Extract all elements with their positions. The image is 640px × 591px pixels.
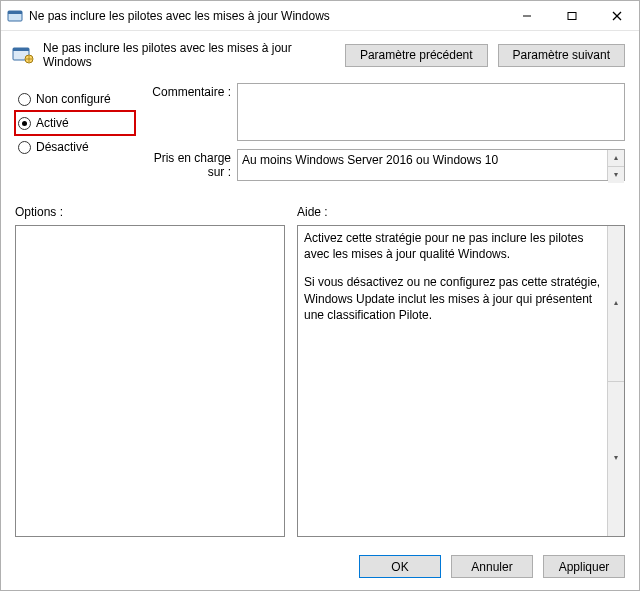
- fields: Commentaire : Pris en charge sur : Au mo…: [145, 83, 625, 189]
- help-text-1: Activez cette stratégie pour ne pas incl…: [304, 230, 606, 262]
- next-param-button[interactable]: Paramètre suivant: [498, 44, 625, 67]
- radio-label: Activé: [36, 116, 69, 130]
- radio-icon: [18, 117, 31, 130]
- window-controls: [504, 1, 639, 30]
- svg-rect-7: [13, 48, 29, 51]
- svg-rect-3: [568, 12, 576, 19]
- app-icon: [7, 8, 23, 24]
- header-strip: Ne pas inclure les pilotes avec les mise…: [1, 31, 639, 79]
- window-title: Ne pas inclure les pilotes avec les mise…: [29, 9, 504, 23]
- supported-row: Pris en charge sur : Au moins Windows Se…: [145, 149, 625, 181]
- radio-label: Désactivé: [36, 140, 89, 154]
- options-box[interactable]: [15, 225, 285, 537]
- scroll-down-icon[interactable]: ▾: [608, 167, 624, 183]
- help-pane: Aide : Activez cette stratégie pour ne p…: [297, 195, 625, 537]
- scroll-buttons: ▴ ▾: [607, 150, 624, 180]
- dialog-footer: OK Annuler Appliquer: [1, 545, 639, 590]
- scroll-down-icon[interactable]: ▾: [608, 382, 624, 537]
- lower-panes: Options : Aide : Activez cette stratégie…: [1, 195, 639, 545]
- scroll-up-icon[interactable]: ▴: [608, 150, 624, 167]
- close-button[interactable]: [594, 1, 639, 30]
- cancel-button[interactable]: Annuler: [451, 555, 533, 578]
- options-label: Options :: [15, 205, 285, 219]
- svg-rect-1: [8, 11, 22, 14]
- scroll-buttons: ▴ ▾: [607, 226, 624, 536]
- ok-button[interactable]: OK: [359, 555, 441, 578]
- titlebar: Ne pas inclure les pilotes avec les mise…: [1, 1, 639, 31]
- radio-disabled[interactable]: Désactivé: [15, 135, 135, 159]
- prev-param-button[interactable]: Paramètre précédent: [345, 44, 488, 67]
- maximize-button[interactable]: [549, 1, 594, 30]
- supported-value: Au moins Windows Server 2016 ou Windows …: [242, 153, 498, 167]
- help-text-2: Si vous désactivez ou ne configurez pas …: [304, 274, 606, 323]
- scroll-up-icon[interactable]: ▴: [608, 226, 624, 382]
- config-area: Non configuré Activé Désactivé Commentai…: [1, 79, 639, 195]
- comment-field[interactable]: [237, 83, 625, 141]
- state-radios: Non configuré Activé Désactivé: [15, 83, 135, 189]
- options-pane: Options :: [15, 195, 285, 537]
- apply-button[interactable]: Appliquer: [543, 555, 625, 578]
- gpedit-dialog: Ne pas inclure les pilotes avec les mise…: [0, 0, 640, 591]
- radio-icon: [18, 141, 31, 154]
- policy-icon: [11, 45, 35, 65]
- radio-icon: [18, 93, 31, 106]
- radio-label: Non configuré: [36, 92, 111, 106]
- minimize-button[interactable]: [504, 1, 549, 30]
- comment-label: Commentaire :: [145, 83, 237, 99]
- supported-label: Pris en charge sur :: [145, 149, 237, 179]
- supported-text: Au moins Windows Server 2016 ou Windows …: [237, 149, 625, 181]
- param-nav: Paramètre précédent Paramètre suivant: [345, 44, 625, 67]
- comment-text[interactable]: [237, 83, 625, 141]
- comment-row: Commentaire :: [145, 83, 625, 141]
- radio-enabled[interactable]: Activé: [15, 111, 135, 135]
- policy-subtitle: Ne pas inclure les pilotes avec les mise…: [43, 41, 337, 69]
- radio-not-configured[interactable]: Non configuré: [15, 87, 135, 111]
- supported-field: Au moins Windows Server 2016 ou Windows …: [237, 149, 625, 181]
- help-label: Aide :: [297, 205, 625, 219]
- help-box[interactable]: Activez cette stratégie pour ne pas incl…: [297, 225, 625, 537]
